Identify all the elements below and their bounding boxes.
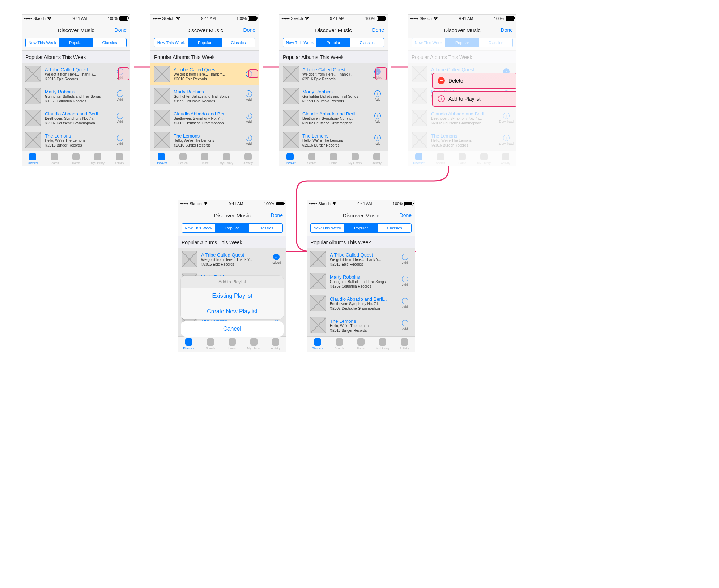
tab-my-library[interactable]: My Library [372, 337, 393, 352]
album-list[interactable]: Popular Albums This Week A Tribe Called … [150, 51, 259, 151]
segment-popular[interactable]: Popular [59, 38, 93, 47]
tab-search[interactable]: Search [172, 151, 194, 166]
segment-new-this-week[interactable]: New This Week [311, 224, 344, 232]
battery-label: 100% [237, 16, 247, 21]
tab-my-library[interactable]: My Library [87, 151, 109, 166]
segment-classics[interactable]: Classics [249, 224, 282, 232]
done-button[interactable]: Done [501, 27, 513, 33]
tab-bar[interactable]: Discover Search Home My Library Activity [178, 336, 286, 352]
tab-activity[interactable]: Activity [366, 151, 388, 166]
add-button[interactable]: +Add [399, 276, 412, 287]
tab-activity[interactable]: Activity [393, 337, 415, 352]
action-sheet-existing-playlist[interactable]: Existing Playlist [181, 288, 284, 304]
add-button[interactable]: +Add [114, 90, 127, 101]
album-row[interactable]: Claudio Abbado and Berli...Beethoven: Sy… [150, 107, 259, 129]
tab-search[interactable]: Search [328, 337, 350, 352]
tab-home[interactable]: Home [323, 151, 344, 166]
segment-classics[interactable]: Classics [93, 38, 126, 47]
tab-home[interactable]: Home [65, 151, 87, 166]
tab-discover[interactable]: Discover [279, 151, 301, 166]
segment-classics[interactable]: Classics [378, 224, 411, 232]
action-sheet-create-new-playlist[interactable]: Create New Playlist [181, 304, 284, 319]
tab-search[interactable]: Search [301, 151, 323, 166]
add-button[interactable]: +Add [114, 135, 127, 145]
album-row[interactable]: Marty Robbins Gunfighter Ballads and Tra… [22, 85, 130, 107]
done-button[interactable]: Done [372, 27, 384, 33]
album-row[interactable]: A Tribe Called QuestWe got it from Here.… [178, 248, 286, 270]
tab-my-library[interactable]: My Library [216, 151, 237, 166]
context-add-to-playlist-button[interactable]: + Add to Playlist [432, 91, 516, 107]
segment-classics[interactable]: Classics [222, 38, 255, 47]
add-button[interactable]: +Add [242, 113, 255, 123]
segment-control[interactable]: New This Week Popular Classics [182, 223, 283, 233]
album-row[interactable]: A Tribe Called Quest We got it from Here… [22, 63, 130, 85]
segment-popular[interactable]: Popular [188, 38, 222, 47]
tab-search[interactable]: Search [200, 337, 221, 352]
segment-popular[interactable]: Popular [216, 224, 249, 232]
tab-my-library[interactable]: My Library [344, 151, 366, 166]
segment-control[interactable]: New This Week Popular Classics [310, 223, 412, 233]
segment-control[interactable]: New This Week Popular Classics [25, 38, 127, 47]
segment-popular[interactable]: Popular [317, 38, 350, 47]
tab-search[interactable]: Search [43, 151, 65, 166]
add-button[interactable]: +Add [371, 113, 384, 123]
album-row[interactable]: The LemonsHello, We're The Lemons©2016 B… [150, 129, 259, 151]
album-row[interactable]: Claudio Abbado and Berli... Beethoven: S… [22, 107, 130, 129]
album-row[interactable]: Marty RobbinsGunfighter Ballads and Trai… [307, 270, 415, 292]
added-button[interactable]: ✓ Added [371, 68, 384, 79]
tab-discover[interactable]: Discover [22, 151, 43, 166]
tab-bar[interactable]: Discover Search Home My Library Activity [22, 151, 130, 166]
battery-icon [119, 16, 128, 21]
album-row[interactable]: Marty RobbinsGunfighter Ballads and Trai… [279, 85, 388, 107]
segment-classics[interactable]: Classics [350, 38, 384, 47]
add-button[interactable]: + Add [114, 68, 127, 79]
tab-discover[interactable]: Discover [178, 337, 200, 352]
add-button[interactable]: +Add [371, 135, 384, 145]
tab-home[interactable]: Home [194, 151, 216, 166]
add-button[interactable]: +Add [242, 90, 255, 101]
album-row[interactable]: The LemonsHello, We're The Lemons©2016 B… [279, 129, 388, 151]
add-button[interactable]: +Add [399, 320, 412, 331]
tab-activity[interactable]: Activity [237, 151, 259, 166]
segment-new-this-week[interactable]: New This Week [26, 38, 59, 47]
album-list[interactable]: Popular Albums This Week A Tribe Called … [307, 236, 415, 336]
tab-activity[interactable]: Activity [265, 337, 286, 352]
tab-my-library[interactable]: My Library [243, 337, 265, 352]
album-list[interactable]: Popular Albums This Week A Tribe Called … [22, 51, 130, 151]
added-button[interactable]: ✓Added [270, 254, 283, 265]
tab-bar[interactable]: Discover Search Home My Library Activity [307, 336, 415, 352]
album-row[interactable]: Marty RobbinsGunfighter Ballads and Trai… [150, 85, 259, 107]
tab-home[interactable]: Home [350, 337, 372, 352]
tab-bar[interactable]: Discover Search Home My Library Activity [150, 151, 259, 166]
album-row[interactable]: Claudio Abbado and Berli...Beethoven: Sy… [307, 292, 415, 314]
tab-discover[interactable]: Discover [150, 151, 172, 166]
add-button[interactable]: +Add [399, 254, 412, 265]
album-row[interactable]: A Tribe Called QuestWe got it from Here.… [307, 248, 415, 270]
tab-discover[interactable]: Discover [307, 337, 328, 352]
done-button[interactable]: Done [243, 27, 255, 33]
context-delete-button[interactable]: − Delete [432, 73, 516, 89]
album-row[interactable]: The LemonsHello, We're The Lemons©2016 B… [307, 314, 415, 336]
action-sheet-cancel[interactable]: Cancel [181, 321, 284, 337]
done-button[interactable]: Done [271, 212, 283, 218]
add-button[interactable]: +Add [399, 298, 412, 309]
segment-new-this-week[interactable]: New This Week [154, 38, 188, 47]
add-button[interactable]: +Add [114, 113, 127, 123]
add-button[interactable]: +Add [371, 90, 384, 101]
segment-popular[interactable]: Popular [344, 224, 378, 232]
segment-control[interactable]: New This Week Popular Classics [283, 38, 384, 47]
album-row[interactable]: A Tribe Called Quest We got it from Here… [279, 63, 388, 85]
segment-control[interactable]: New This Week Popular Classics [154, 38, 255, 47]
tab-bar[interactable]: Discover Search Home My Library Activity [279, 151, 388, 166]
add-button[interactable]: +Add [242, 135, 255, 145]
album-list[interactable]: Popular Albums This Week A Tribe Called … [279, 51, 388, 151]
segment-new-this-week[interactable]: New This Week [182, 224, 216, 232]
tab-activity[interactable]: Activity [109, 151, 130, 166]
album-row[interactable]: Claudio Abbado and Berli...Beethoven: Sy… [279, 107, 388, 129]
album-row[interactable]: A Tribe Called Quest We got it from Here… [150, 63, 259, 85]
album-row[interactable]: The Lemons Hello, We're The Lemons ©2016… [22, 129, 130, 151]
done-button[interactable]: Done [115, 27, 127, 33]
done-button[interactable]: Done [400, 212, 412, 218]
tab-home[interactable]: Home [221, 337, 243, 352]
segment-new-this-week[interactable]: New This Week [283, 38, 317, 47]
